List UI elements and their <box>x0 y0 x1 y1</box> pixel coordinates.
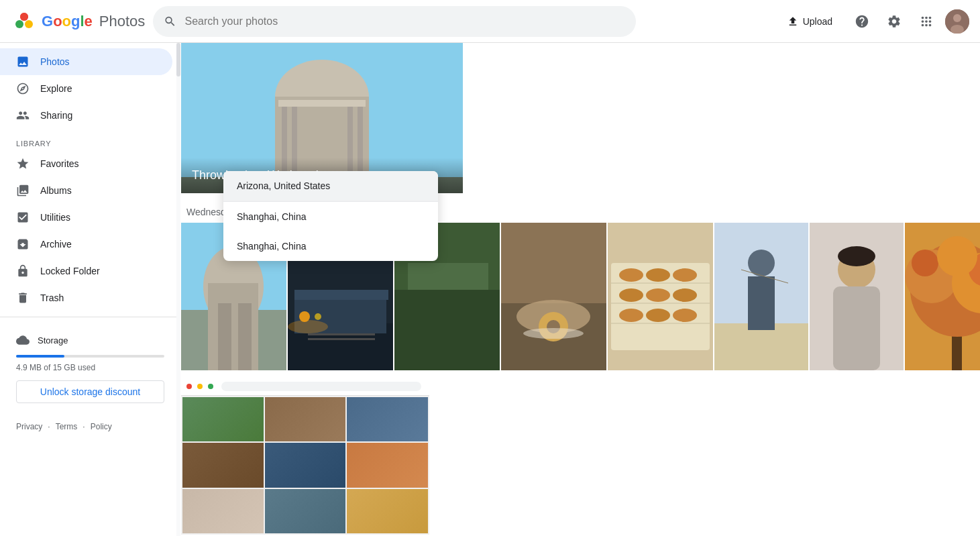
sidebar-trash-label: Trash <box>40 292 64 303</box>
upload-button[interactable]: Upload <box>776 10 843 33</box>
unlock-storage-button[interactable]: Unlock storage discount <box>16 380 164 403</box>
svg-rect-62 <box>833 286 880 370</box>
sidebar-item-archive[interactable]: Archive <box>0 231 172 258</box>
library-section-label: LIBRARY <box>0 129 180 150</box>
svg-point-5 <box>953 14 961 22</box>
header: Google Photos Upload <box>0 0 980 43</box>
photo-item[interactable] <box>501 223 606 370</box>
svg-point-47 <box>646 268 670 282</box>
help-button[interactable] <box>849 8 875 35</box>
trash-icon <box>16 291 30 305</box>
svg-point-49 <box>619 288 643 302</box>
storage-cloud-icon <box>16 333 30 347</box>
mosaic-container <box>181 377 429 535</box>
main-layout: Photos Explore Sharing LIBRARY Favorites <box>0 43 980 536</box>
photo-item[interactable] <box>810 223 904 370</box>
sidebar-item-utilities[interactable]: Utilities <box>0 204 172 231</box>
favorites-icon <box>16 157 30 170</box>
sidebar-item-photos[interactable]: Photos <box>0 48 172 75</box>
locked-folder-icon <box>16 264 30 278</box>
sidebar-item-explore[interactable]: Explore <box>0 75 172 102</box>
svg-rect-29 <box>308 333 375 335</box>
svg-point-1 <box>25 20 33 28</box>
sidebar: Photos Explore Sharing LIBRARY Favorites <box>0 43 181 536</box>
svg-rect-20 <box>218 303 231 370</box>
mosaic-grid <box>181 396 429 535</box>
svg-rect-30 <box>308 338 375 340</box>
footer-dot-2: · <box>83 422 85 431</box>
settings-button[interactable] <box>881 8 908 35</box>
search-icon <box>164 15 176 28</box>
photo-item[interactable] <box>905 223 980 370</box>
albums-icon <box>16 184 30 197</box>
sidebar-archive-label: Archive <box>40 239 72 250</box>
sidebar-item-albums[interactable]: Albums <box>0 177 172 204</box>
search-bar[interactable] <box>153 6 636 37</box>
archive-icon <box>16 237 30 251</box>
sharing-icon <box>16 109 30 122</box>
privacy-link[interactable]: Privacy <box>16 422 42 431</box>
search-input[interactable] <box>184 15 625 28</box>
svg-point-3 <box>20 13 28 21</box>
policy-link[interactable]: Policy <box>91 422 112 431</box>
svg-point-52 <box>619 309 643 322</box>
logo[interactable]: Google Photos <box>11 8 145 35</box>
dropdown-item-arizona[interactable]: Arizona, United States <box>223 171 438 201</box>
photo-portrait-svg <box>810 223 904 370</box>
svg-point-51 <box>673 288 697 302</box>
svg-rect-56 <box>714 323 808 370</box>
footer-links: Privacy · Terms · Policy <box>0 414 180 439</box>
photo-mosaic-thumbnail[interactable] <box>181 372 980 535</box>
svg-point-53 <box>646 309 670 322</box>
sidebar-favorites-label: Favorites <box>40 158 79 169</box>
svg-point-63 <box>838 246 875 266</box>
svg-rect-14 <box>278 100 366 107</box>
google-photos-logo <box>11 8 38 35</box>
sidebar-locked-label: Locked Folder <box>40 266 100 276</box>
photos-icon <box>16 55 30 68</box>
storage-section: Storage 4.9 MB of 15 GB used Unlock stor… <box>0 323 180 414</box>
storage-bar-fill <box>16 355 64 358</box>
upload-icon <box>787 15 799 28</box>
avatar[interactable] <box>945 9 969 34</box>
sidebar-item-locked-folder[interactable]: Locked Folder <box>0 258 172 284</box>
location-dropdown: Arizona, United States Shanghai, China S… <box>223 171 438 261</box>
photo-autumn-svg <box>905 223 980 370</box>
apps-icon <box>919 14 934 29</box>
svg-point-69 <box>912 250 938 276</box>
sidebar-utilities-label: Utilities <box>40 212 70 223</box>
svg-point-2 <box>15 20 23 28</box>
dropdown-item-shanghai1[interactable]: Shanghai, China <box>223 202 438 231</box>
avatar-image <box>945 9 969 34</box>
sidebar-albums-label: Albums <box>40 185 72 196</box>
logo-photos-text: Photos <box>99 13 146 30</box>
utilities-icon <box>16 211 30 224</box>
explore-icon <box>16 82 30 95</box>
svg-point-50 <box>646 288 670 302</box>
svg-point-28 <box>288 320 328 333</box>
sidebar-item-favorites[interactable]: Favorites <box>0 150 172 177</box>
photo-item[interactable] <box>608 223 713 370</box>
photo-item[interactable] <box>714 223 808 370</box>
sidebar-divider <box>0 317 180 317</box>
apps-button[interactable] <box>913 8 940 35</box>
content-area: Throwback to Wednesday Wednesday <box>181 43 980 536</box>
svg-rect-58 <box>748 276 775 330</box>
svg-point-57 <box>748 250 775 276</box>
svg-rect-25 <box>294 290 388 300</box>
sidebar-explore-label: Explore <box>40 83 72 94</box>
mosaic-topbar <box>181 377 429 396</box>
svg-rect-34 <box>394 290 500 370</box>
svg-point-71 <box>937 236 977 276</box>
terms-link[interactable]: Terms <box>56 422 78 431</box>
settings-icon <box>887 14 902 29</box>
footer-dot-1: · <box>48 422 50 431</box>
svg-rect-21 <box>238 303 252 370</box>
sidebar-item-trash[interactable]: Trash <box>0 284 172 311</box>
sidebar-item-sharing[interactable]: Sharing <box>0 102 172 129</box>
sidebar-sharing-label: Sharing <box>40 110 72 121</box>
header-actions: Upload <box>776 8 969 35</box>
dropdown-item-shanghai2[interactable]: Shanghai, China <box>223 231 438 261</box>
sidebar-photos-label: Photos <box>40 56 70 67</box>
svg-point-46 <box>619 268 643 282</box>
